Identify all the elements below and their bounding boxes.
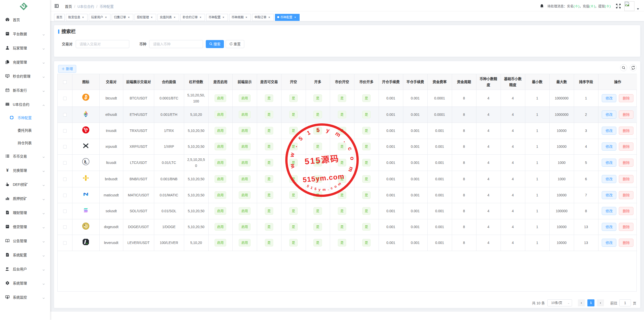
svg-text:Ł: Ł [84,159,87,164]
svg-text:¥: ¥ [6,168,9,172]
